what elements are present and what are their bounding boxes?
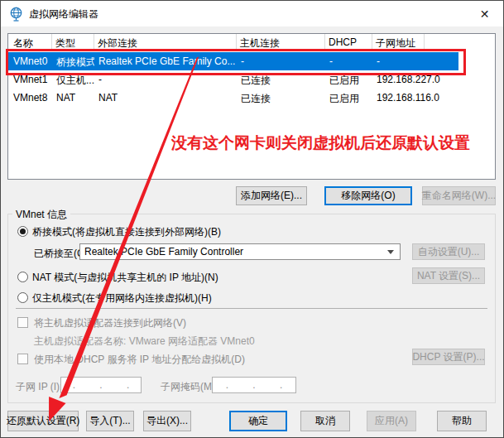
help-button[interactable]: 帮助 <box>437 411 487 431</box>
close-icon[interactable]: ✕ <box>466 1 503 26</box>
vmnet-info-label: VMnet 信息 <box>12 208 70 222</box>
auto-settings-button: 自动设置(U)... <box>412 243 485 260</box>
virtual-network-editor-dialog: 虚拟网络编辑器 ✕ 名称 类型 外部连接 主机连接 DHCP 子网地址 VMne… <box>0 0 504 438</box>
section-divider <box>16 308 487 309</box>
col-dhcp[interactable]: DHCP <box>329 36 357 48</box>
local-dhcp-label: 使用本地 DHCP 服务将 IP 地址分配给虚拟机(D) <box>34 353 245 367</box>
cancel-button[interactable]: 取消 <box>300 411 350 431</box>
remove-network-button[interactable]: 移除网络(O) <box>324 186 412 205</box>
ok-button[interactable]: 确定 <box>229 411 287 431</box>
globe-icon <box>9 7 23 22</box>
nat-settings-button: NAT 设置(S)... <box>412 267 485 284</box>
title-bar: 虚拟网络编辑器 ✕ <box>1 1 503 26</box>
bridged-adapter-select[interactable]: Realtek PCIe GbE Family Controller <box>79 243 401 260</box>
table-row-vmnet8[interactable]: VMnet8 NAT NAT 已连接 已启用 192.168.116.0 <box>8 89 495 107</box>
bridged-mode-label: 桥接模式(将虚拟机直接连接到外部网络)(B) <box>32 225 221 239</box>
connect-host-adapter-label: 将主机虚拟适配器连接到此网络(V) <box>34 316 186 330</box>
bridged-adapter-value: Realtek PCIe GbE Family Controller <box>80 246 387 258</box>
connect-host-adapter-checkbox <box>17 317 28 328</box>
import-button[interactable]: 导入(T)... <box>86 411 134 431</box>
host-only-mode-radio[interactable] <box>17 292 28 303</box>
export-button[interactable]: 导出(X)... <box>143 411 191 431</box>
host-only-mode-label: 仅主机模式(在专用网络内连接虚拟机)(H) <box>32 291 212 306</box>
subnet-ip-label: 子网 IP (I): <box>16 380 62 394</box>
restore-defaults-button[interactable]: 还原默认设置(R) <box>7 411 79 431</box>
rename-network-button: 重命名网络(W)... <box>422 186 496 205</box>
annotation-highlight-rect <box>6 49 466 75</box>
nat-mode-radio[interactable] <box>17 272 28 282</box>
host-adapter-name: 主机虚拟适配器名称: VMware 网络适配器 VMnet0 <box>34 335 255 349</box>
nat-mode-label: NAT 模式(与虚拟机共享主机的 IP 地址)(N) <box>32 271 218 285</box>
bridged-mode-radio[interactable] <box>17 226 28 237</box>
apply-button: 应用(A) <box>367 411 416 431</box>
chevron-down-icon <box>387 250 394 258</box>
annotation-text: 没有这个网卡则关闭虚拟机后还原默认设置 <box>171 132 470 154</box>
subnet-mask-field: . . . <box>212 377 296 393</box>
add-network-button[interactable]: 添加网络(E)... <box>236 186 307 205</box>
local-dhcp-checkbox <box>17 354 28 364</box>
subnet-ip-field: . . . <box>60 377 142 393</box>
subnet-mask-label: 子网掩码(M): <box>161 380 218 394</box>
window-title: 虚拟网络编辑器 <box>29 7 98 22</box>
dhcp-settings-button: DHCP 设置(P)... <box>412 349 485 365</box>
